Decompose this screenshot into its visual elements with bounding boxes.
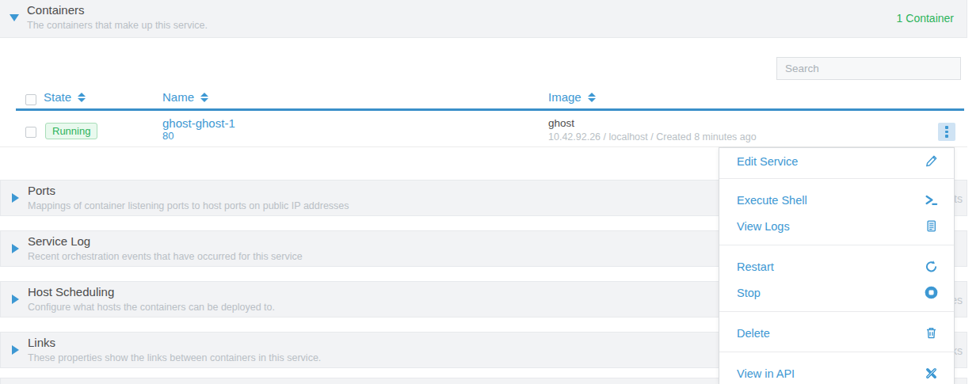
- menu-item-edit-service[interactable]: Edit Service: [719, 148, 954, 174]
- document-icon: [925, 219, 938, 233]
- container-image: ghost: [548, 117, 574, 129]
- row-actions-menu: Edit Service Execute Shell View Logs: [719, 147, 955, 384]
- containers-section-header[interactable]: Containers The containers that make up t…: [0, 0, 967, 38]
- section-title: Links: [28, 336, 55, 349]
- menu-item-label: Restart: [737, 260, 774, 273]
- section-subtitle: Configure what hosts the containers can …: [28, 302, 275, 313]
- collapse-caret-icon[interactable]: [10, 14, 19, 21]
- page: Containers The containers that make up t…: [0, 0, 980, 384]
- menu-item-label: Stop: [737, 287, 761, 299]
- status-badge: Running: [45, 123, 97, 139]
- container-name-link[interactable]: ghost-ghost-1: [162, 116, 235, 130]
- row-actions-kebab-button[interactable]: [938, 123, 955, 141]
- sort-icon: [78, 93, 86, 102]
- pencil-icon: [925, 154, 938, 168]
- section-title: Service Log: [28, 234, 90, 248]
- stop-icon: [925, 286, 938, 299]
- expand-caret-icon[interactable]: [12, 244, 19, 253]
- section-subtitle: The containers that make up this service…: [27, 20, 208, 31]
- expand-caret-icon[interactable]: [12, 295, 19, 304]
- expand-caret-icon[interactable]: [12, 345, 19, 355]
- column-header-label: State: [44, 90, 71, 104]
- menu-item-delete[interactable]: Delete: [719, 320, 954, 346]
- container-image-detail: 10.42.92.26 / localhost / Created 8 minu…: [548, 131, 757, 143]
- column-header-name[interactable]: Name: [162, 90, 208, 104]
- expand-caret-icon[interactable]: [12, 193, 19, 203]
- container-count-badge: 1 Container: [897, 12, 954, 25]
- trash-icon: [925, 326, 938, 340]
- menu-item-label: Edit Service: [737, 155, 798, 168]
- menu-item-view-in-api[interactable]: View in API: [719, 360, 954, 384]
- terminal-icon: [925, 193, 938, 207]
- menu-item-label: Delete: [737, 327, 770, 340]
- container-port: 80: [162, 130, 174, 142]
- external-tools-icon: [925, 367, 938, 380]
- column-header-image[interactable]: Image: [548, 90, 596, 104]
- section-subtitle: These properties show the links between …: [28, 352, 321, 363]
- section-title: Containers: [27, 3, 85, 17]
- menu-item-label: Execute Shell: [737, 194, 807, 207]
- column-header-label: Image: [548, 90, 582, 104]
- menu-item-execute-shell[interactable]: Execute Shell: [719, 187, 954, 213]
- menu-item-stop[interactable]: Stop: [719, 279, 954, 306]
- search-input[interactable]: [776, 57, 961, 80]
- menu-item-label: View Logs: [737, 220, 790, 233]
- section-title: Host Scheduling: [28, 285, 114, 298]
- section-subtitle: Recent orchestration events that have oc…: [28, 251, 303, 262]
- table-header-rule: [16, 108, 964, 111]
- sort-icon: [588, 93, 596, 102]
- menu-item-label: View in API: [737, 367, 795, 380]
- restart-icon: [925, 260, 938, 273]
- column-header-state[interactable]: State: [44, 90, 86, 104]
- menu-item-restart[interactable]: Restart: [719, 253, 954, 279]
- section-subtitle: Mappings of container listening ports to…: [28, 200, 349, 211]
- menu-item-view-logs[interactable]: View Logs: [719, 213, 954, 239]
- row-checkbox[interactable]: [25, 127, 36, 138]
- section-title: Ports: [28, 184, 55, 197]
- sort-icon: [200, 93, 208, 102]
- select-all-checkbox[interactable]: [25, 94, 36, 105]
- column-header-label: Name: [162, 90, 194, 104]
